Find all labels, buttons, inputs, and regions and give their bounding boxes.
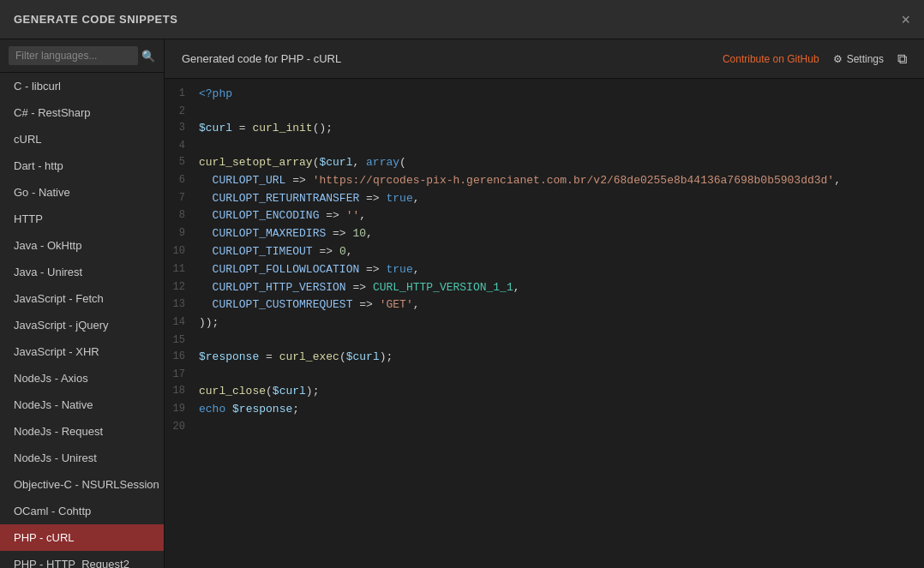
content-header: Generated code for PHP - cURL Contribute… [165,39,924,79]
code-line-8: 8 CURLOPT_ENCODING => '', [165,207,924,225]
code-line-3: 3$curl = curl_init(); [165,120,924,138]
code-line-16: 16$response = curl_exec($curl); [165,349,924,367]
line-content [199,332,921,349]
line-content [199,367,921,383]
code-line-15: 15 [165,332,924,349]
code-line-18: 18curl_close($curl); [165,383,924,401]
line-number: 3 [168,120,199,138]
code-line-17: 17 [165,367,924,383]
code-line-2: 2 [165,104,924,120]
lang-item-ocaml-cohttp[interactable]: OCaml - Cohttp [0,498,164,524]
line-number: 5 [168,154,199,172]
title-bar-title: GENERATE CODE SNIPPETS [14,13,177,26]
content-title: Generated code for PHP - cURL [182,52,341,65]
code-line-12: 12 CURLOPT_HTTP_VERSION => CURL_HTTP_VER… [165,279,924,297]
line-content: CURLOPT_CUSTOMREQUEST => 'GET', [199,296,921,314]
search-input[interactable] [9,46,138,65]
line-content [199,138,921,154]
lang-item-javascript-fetch[interactable]: JavaScript - Fetch [0,285,164,312]
line-content: CURLOPT_ENCODING => '', [199,207,921,225]
lang-item-java-unirest[interactable]: Java - Unirest [0,259,164,285]
line-content: )); [199,314,921,332]
line-number: 4 [168,138,199,154]
code-container: 1<?php23$curl = curl_init();45curl_setop… [165,79,924,568]
line-content: CURLOPT_FOLLOWLOCATION => true, [199,261,921,279]
code-line-13: 13 CURLOPT_CUSTOMREQUEST => 'GET', [165,296,924,314]
code-line-11: 11 CURLOPT_FOLLOWLOCATION => true, [165,261,924,279]
lang-item-nodejs-axios[interactable]: NodeJs - Axios [0,365,164,392]
line-number: 13 [168,296,199,314]
language-list: C - libcurlC# - RestSharpcURLDart - http… [0,73,164,568]
code-line-19: 19echo $response; [165,401,924,419]
code-line-14: 14)); [165,314,924,332]
lang-item-nodejs-request[interactable]: NodeJs - Request [0,418,164,445]
line-number: 7 [168,190,199,208]
line-number: 16 [168,349,199,367]
code-line-4: 4 [165,138,924,154]
line-content [199,104,921,120]
copy-button[interactable]: ⧉ [897,51,907,67]
lang-item-nodejs-unirest[interactable]: NodeJs - Unirest [0,445,164,471]
line-number: 18 [168,383,199,401]
line-number: 19 [168,401,199,419]
settings-button[interactable]: ⚙ Settings [833,53,884,65]
lang-item-objc-nsurlsession[interactable]: Objective-C - NSURLSession [0,471,164,498]
line-content: CURLOPT_URL => 'https://qrcodes-pix-h.ge… [199,172,921,190]
line-content: <?php [199,86,921,104]
code-line-5: 5curl_setopt_array($curl, array( [165,154,924,172]
code-line-1: 1<?php [165,86,924,104]
line-number: 20 [168,419,199,435]
line-number: 2 [168,104,199,120]
line-number: 14 [168,314,199,332]
content-area: Generated code for PHP - cURL Contribute… [165,39,924,568]
line-number: 17 [168,367,199,383]
title-bar: GENERATE CODE SNIPPETS × [0,0,924,39]
line-number: 6 [168,172,199,190]
line-content: CURLOPT_MAXREDIRS => 10, [199,225,921,243]
line-number: 11 [168,261,199,279]
line-content: echo $response; [199,401,921,419]
lang-item-dart-http[interactable]: Dart - http [0,152,164,179]
code-line-9: 9 CURLOPT_MAXREDIRS => 10, [165,225,924,243]
line-number: 9 [168,225,199,243]
line-number: 8 [168,207,199,225]
lang-item-http[interactable]: HTTP [0,206,164,232]
lang-item-go-native[interactable]: Go - Native [0,179,164,206]
gear-icon: ⚙ [833,53,843,65]
lang-item-javascript-jquery[interactable]: JavaScript - jQuery [0,312,164,338]
settings-label: Settings [847,53,884,65]
line-number: 12 [168,279,199,297]
search-box: 🔍 [0,39,164,73]
code-line-7: 7 CURLOPT_RETURNTRANSFER => true, [165,190,924,208]
lang-item-java-okhttp[interactable]: Java - OkHttp [0,232,164,259]
line-number: 10 [168,243,199,261]
close-button[interactable]: × [901,12,910,27]
lang-item-nodejs-native[interactable]: NodeJs - Native [0,392,164,418]
line-number: 15 [168,332,199,349]
lang-item-c-libcurl[interactable]: C - libcurl [0,73,164,99]
code-line-20: 20 [165,419,924,435]
lang-item-php-http-request2[interactable]: PHP - HTTP_Request2 [0,551,164,568]
main-layout: 🔍 C - libcurlC# - RestSharpcURLDart - ht… [0,39,924,568]
line-content: CURLOPT_TIMEOUT => 0, [199,243,921,261]
search-icon: 🔍 [141,50,155,63]
header-actions: Contribute on GitHub ⚙ Settings ⧉ [723,51,907,67]
code-line-6: 6 CURLOPT_URL => 'https://qrcodes-pix-h.… [165,172,924,190]
line-content: curl_close($curl); [199,383,921,401]
lang-item-curl[interactable]: cURL [0,126,164,152]
line-content: $curl = curl_init(); [199,120,921,138]
line-number: 1 [168,86,199,104]
lang-item-javascript-xhr[interactable]: JavaScript - XHR [0,338,164,365]
line-content: curl_setopt_array($curl, array( [199,154,921,172]
line-content [199,419,921,435]
sidebar: 🔍 C - libcurlC# - RestSharpcURLDart - ht… [0,39,165,568]
lang-item-csharp-restsharp[interactable]: C# - RestSharp [0,99,164,126]
line-content: CURLOPT_HTTP_VERSION => CURL_HTTP_VERSIO… [199,279,921,297]
line-content: CURLOPT_RETURNTRANSFER => true, [199,190,921,208]
lang-item-php-curl[interactable]: PHP - cURL [0,524,164,551]
github-link[interactable]: Contribute on GitHub [723,53,819,65]
code-line-10: 10 CURLOPT_TIMEOUT => 0, [165,243,924,261]
line-content: $response = curl_exec($curl); [199,349,921,367]
